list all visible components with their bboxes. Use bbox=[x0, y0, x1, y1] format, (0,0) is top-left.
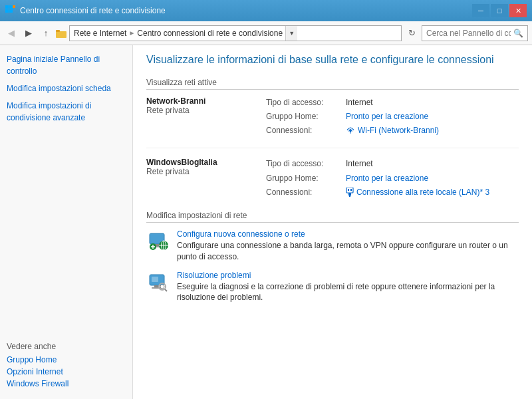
access-label-windowsblogitalia: Tipo di accesso: bbox=[266, 158, 346, 170]
sidebar: Pagina iniziale Pannello di controllo Mo… bbox=[0, 45, 133, 399]
action-item-configura: Configura nuova connessione o rete Confi… bbox=[146, 229, 519, 263]
title-bar-controls: ─ □ ✕ bbox=[472, 4, 527, 17]
network-type-windowsblogitalia: Rete privata bbox=[146, 167, 266, 176]
sidebar-item-opzioni-internet[interactable]: Opzioni Internet bbox=[7, 367, 126, 376]
see-also-section: Vedere anche Gruppo Home Opzioni Interne… bbox=[7, 342, 126, 391]
page-title: Visualizzare le informazioni di base sul… bbox=[146, 53, 519, 67]
svg-rect-10 bbox=[348, 193, 351, 196]
svg-rect-6 bbox=[56, 30, 60, 32]
svg-line-27 bbox=[165, 289, 167, 291]
sidebar-item-gruppo-home[interactable]: Gruppo Home bbox=[7, 355, 126, 364]
network-detail-conn-branni: Connessioni: Wi-Fi (Network-Branni) bbox=[266, 124, 519, 137]
conn-value-branni[interactable]: Wi-Fi (Network-Branni) bbox=[358, 124, 439, 137]
svg-rect-28 bbox=[152, 277, 158, 282]
action-desc-configura: Configurare una connessione a banda larg… bbox=[177, 240, 519, 263]
action-icon-configura bbox=[146, 229, 170, 253]
group-label-branni: Gruppo Home: bbox=[266, 110, 346, 123]
sidebar-item-modifica-condivisione[interactable]: Modifica impostazioni di condivisione av… bbox=[7, 100, 126, 124]
conn-icon-windowsblogitalia: Connessione alla rete locale (LAN)* 3 bbox=[346, 186, 489, 199]
network-detail-access-branni: Tipo di accesso: Internet bbox=[266, 96, 519, 109]
wifi-icon bbox=[346, 127, 355, 134]
svg-rect-3 bbox=[9, 9, 13, 13]
modify-header: Modifica impostazioni di rete bbox=[146, 211, 519, 223]
access-value-windowsblogitalia: Internet bbox=[346, 158, 373, 170]
network-left-branni: Network-Branni Rete privata bbox=[146, 96, 266, 139]
new-connection-icon bbox=[148, 231, 169, 252]
group-label-windowsblogitalia: Gruppo Home: bbox=[266, 172, 346, 185]
network-right-branni: Tipo di accesso: Internet Gruppo Home: P… bbox=[266, 96, 519, 139]
close-button[interactable]: ✕ bbox=[509, 4, 527, 17]
main-container: Pagina iniziale Pannello di controllo Mo… bbox=[0, 45, 532, 399]
action-text-risoluzione: Risoluzione problemi Eseguire la diagnos… bbox=[177, 271, 519, 304]
network-detail-group-windowsblogitalia: Gruppo Home: Pronto per la creazione bbox=[266, 172, 519, 185]
network-detail-conn-windowsblogitalia: Connessioni: Connessione alla rete local… bbox=[266, 186, 519, 199]
svg-rect-11 bbox=[349, 196, 350, 197]
access-label-branni: Tipo di accesso: bbox=[266, 96, 346, 109]
refresh-button[interactable]: ↻ bbox=[404, 26, 419, 41]
network-detail-group-branni: Gruppo Home: Pronto per la creazione bbox=[266, 110, 519, 123]
action-link-risoluzione[interactable]: Risoluzione problemi bbox=[177, 271, 519, 280]
network-left-windowsblogitalia: WindowsBlogItalia Rete privata bbox=[146, 158, 266, 200]
address-field[interactable]: Rete e Internet ► Centro connessioni di … bbox=[69, 25, 402, 41]
lan-icon bbox=[346, 188, 354, 197]
access-value-branni: Internet bbox=[346, 96, 373, 109]
troubleshoot-icon bbox=[148, 272, 169, 293]
forward-button[interactable]: ▶ bbox=[21, 26, 36, 41]
svg-rect-1 bbox=[9, 5, 13, 9]
breadcrumb: Rete e Internet ► Centro connessioni di … bbox=[74, 29, 283, 38]
action-icon-risoluzione bbox=[146, 271, 170, 295]
action-desc-risoluzione: Eseguire la diagnosi e la correzione di … bbox=[177, 281, 519, 304]
network-name-windowsblogitalia: WindowsBlogItalia bbox=[146, 158, 266, 167]
content-area: Visualizzare le informazioni di base sul… bbox=[133, 45, 532, 399]
back-button[interactable]: ◀ bbox=[4, 26, 19, 41]
app-icon bbox=[5, 5, 16, 16]
svg-rect-9 bbox=[350, 189, 352, 191]
search-icon: 🔍 bbox=[513, 29, 523, 38]
title-bar: Centro connessioni di rete e condivision… bbox=[0, 0, 532, 21]
svg-rect-0 bbox=[5, 5, 9, 9]
maximize-button[interactable]: □ bbox=[491, 4, 508, 17]
title-bar-title: Centro connessioni di rete e condivision… bbox=[20, 6, 166, 15]
conn-label-branni: Connessioni: bbox=[266, 124, 346, 137]
breadcrumb-separator-1: ► bbox=[128, 29, 135, 37]
action-link-configura[interactable]: Configura nuova connessione o rete bbox=[177, 229, 519, 239]
network-right-windowsblogitalia: Tipo di accesso: Internet Gruppo Home: P… bbox=[266, 158, 519, 200]
svg-rect-7 bbox=[346, 188, 353, 193]
group-link-windowsblogitalia[interactable]: Pronto per la creazione bbox=[346, 172, 428, 185]
address-bar: ◀ ▶ ↑ Rete e Internet ► Centro connessio… bbox=[0, 21, 532, 45]
folder-icon bbox=[56, 29, 66, 38]
breadcrumb-rete-internet[interactable]: Rete e Internet bbox=[74, 29, 126, 38]
modify-section: Modifica impostazioni di rete bbox=[146, 211, 519, 303]
sidebar-item-windows-firewall[interactable]: Windows Firewall bbox=[7, 379, 126, 388]
address-dropdown-button[interactable]: ▼ bbox=[285, 25, 297, 41]
svg-rect-5 bbox=[56, 31, 66, 38]
up-button[interactable]: ↑ bbox=[39, 26, 53, 41]
network-name-branni: Network-Branni bbox=[146, 96, 266, 106]
conn-value-windowsblogitalia[interactable]: Connessione alla rete locale (LAN)* 3 bbox=[356, 186, 489, 199]
conn-icon-branni: Wi-Fi (Network-Branni) bbox=[346, 124, 439, 137]
search-input[interactable] bbox=[426, 29, 511, 38]
svg-rect-4 bbox=[13, 5, 15, 8]
minimize-button[interactable]: ─ bbox=[472, 4, 489, 17]
active-networks-header: Visualizza reti attive bbox=[146, 78, 519, 90]
network-row-windowsblogitalia: WindowsBlogItalia Rete privata Tipo di a… bbox=[146, 158, 519, 200]
network-detail-access-windowsblogitalia: Tipo di accesso: Internet bbox=[266, 158, 519, 170]
title-bar-left: Centro connessioni di rete e condivision… bbox=[5, 5, 166, 16]
action-text-configura: Configura nuova connessione o rete Confi… bbox=[177, 229, 519, 263]
sidebar-item-modifica-scheda[interactable]: Modifica impostazioni scheda bbox=[7, 82, 126, 94]
breadcrumb-centro-connessioni[interactable]: Centro connessioni di rete e condivision… bbox=[137, 29, 283, 38]
network-divider bbox=[146, 148, 519, 148]
group-link-branni[interactable]: Pronto per la creazione bbox=[346, 110, 428, 123]
action-item-risoluzione: Risoluzione problemi Eseguire la diagnos… bbox=[146, 271, 519, 304]
conn-label-windowsblogitalia: Connessioni: bbox=[266, 186, 346, 199]
active-networks-section: Visualizza reti attive Network-Branni Re… bbox=[146, 78, 519, 200]
see-also-title: Vedere anche bbox=[7, 342, 126, 351]
svg-point-26 bbox=[160, 285, 164, 289]
network-type-branni: Rete privata bbox=[146, 106, 266, 115]
network-row-branni: Network-Branni Rete privata Tipo di acce… bbox=[146, 96, 519, 139]
svg-rect-2 bbox=[5, 9, 9, 13]
search-box[interactable]: 🔍 bbox=[422, 25, 528, 41]
sidebar-item-pagina-iniziale[interactable]: Pagina iniziale Pannello di controllo bbox=[7, 53, 126, 77]
svg-rect-8 bbox=[348, 189, 349, 191]
